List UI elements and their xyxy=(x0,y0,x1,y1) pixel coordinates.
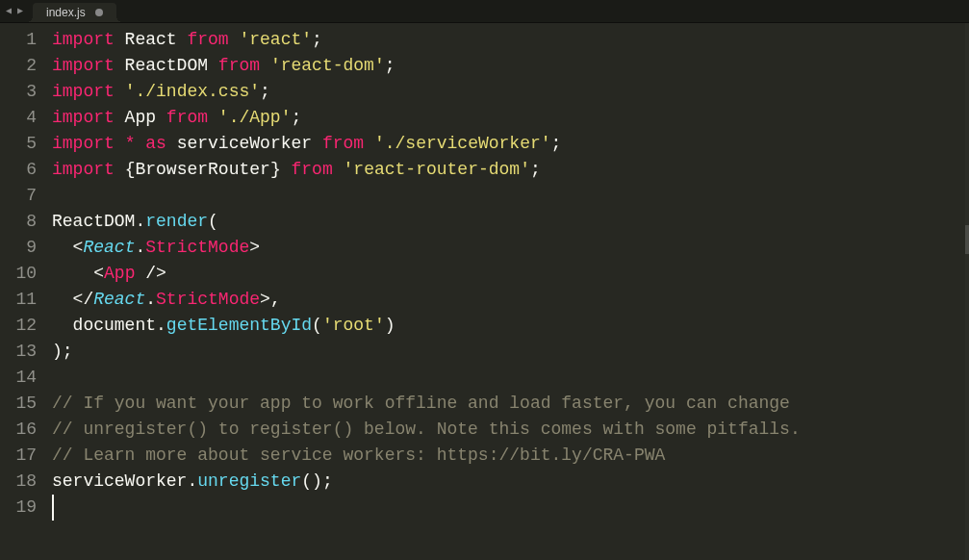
code-line[interactable]: import {BrowserRouter} from 'react-route… xyxy=(46,157,969,183)
token-var xyxy=(115,160,125,179)
token-tag-name: App xyxy=(104,264,135,283)
token-punc: . xyxy=(145,290,156,309)
token-punc: ; xyxy=(551,134,562,153)
code-line[interactable]: document.getElementById('root') xyxy=(46,313,969,339)
file-tab[interactable]: index.js xyxy=(33,3,116,22)
line-number: 10 xyxy=(0,261,37,287)
code-line[interactable]: import './index.css'; xyxy=(46,79,969,105)
token-str: 'react-dom' xyxy=(270,56,385,75)
line-number: 16 xyxy=(0,417,37,443)
code-line[interactable]: </React.StrictMode>, xyxy=(46,287,969,313)
token-var: App xyxy=(115,108,166,127)
code-line[interactable]: ); xyxy=(46,339,969,365)
token-punc: ; xyxy=(63,342,73,361)
token-var: serviceWorker xyxy=(166,134,322,153)
token-var xyxy=(135,134,145,153)
code-line[interactable]: // If you want your app to work offline … xyxy=(46,391,969,417)
token-var: document xyxy=(52,316,156,335)
code-line[interactable]: import React from 'react'; xyxy=(46,27,969,53)
token-str: 'react-router-dom' xyxy=(344,160,530,179)
code-line[interactable]: // unregister() to register() below. Not… xyxy=(46,417,969,443)
line-number: 17 xyxy=(0,443,37,469)
token-tag-bracket: > xyxy=(260,290,270,309)
scrollbar-thumb[interactable] xyxy=(965,225,969,254)
token-str: './App' xyxy=(218,108,292,127)
token-comment: // If you want your app to work offline … xyxy=(52,394,790,413)
token-kw: import xyxy=(52,108,115,127)
line-number: 14 xyxy=(0,365,37,391)
token-punc: ; xyxy=(530,160,541,179)
token-tag-bracket: < xyxy=(93,264,104,283)
token-str: 'root' xyxy=(322,316,385,335)
line-number: 7 xyxy=(0,183,37,209)
code-line[interactable]: <React.StrictMode> xyxy=(46,235,969,261)
token-comment: // unregister() to register() below. Not… xyxy=(52,420,801,439)
code-line[interactable]: // Learn more about service workers: htt… xyxy=(46,443,969,469)
tab-filename: index.js xyxy=(46,6,86,19)
token-var xyxy=(260,56,270,75)
token-str: './serviceWorker' xyxy=(374,134,551,153)
line-number: 3 xyxy=(0,79,37,105)
token-var xyxy=(115,82,125,101)
token-kw: import xyxy=(52,30,115,49)
token-kw: import xyxy=(52,82,115,101)
token-tag-name: StrictMode xyxy=(156,290,260,309)
token-punc: ; xyxy=(322,471,333,491)
code-line[interactable] xyxy=(46,495,969,521)
code-line[interactable]: import ReactDOM from 'react-dom'; xyxy=(46,53,969,79)
token-kw: from xyxy=(322,134,364,153)
line-number: 9 xyxy=(0,235,37,261)
tab-dirty-indicator-icon xyxy=(95,9,103,16)
line-number: 15 xyxy=(0,391,37,417)
token-kw: import xyxy=(52,134,115,153)
code-line[interactable]: serviceWorker.unregister(); xyxy=(46,469,969,495)
line-number: 11 xyxy=(0,287,37,313)
token-punc: . xyxy=(156,316,166,335)
token-punc: ( xyxy=(208,212,218,231)
token-var xyxy=(281,160,292,179)
code-line[interactable]: import * as serviceWorker from './servic… xyxy=(46,131,969,157)
line-number: 18 xyxy=(0,469,37,495)
token-tag-bracket: > xyxy=(249,238,260,257)
token-var xyxy=(364,134,374,153)
code-area[interactable]: import React from 'react';import ReactDO… xyxy=(46,23,969,560)
token-var: serviceWorker xyxy=(52,471,187,491)
token-punc: ; xyxy=(312,30,322,49)
token-kw: from xyxy=(218,56,260,75)
code-line[interactable]: ReactDOM.render( xyxy=(46,209,969,235)
line-number: 5 xyxy=(0,131,37,157)
token-punc: ; xyxy=(385,56,395,75)
token-tag-bracket: < xyxy=(73,238,84,257)
token-var xyxy=(115,134,125,153)
token-punc: . xyxy=(187,471,197,491)
line-number: 6 xyxy=(0,157,37,183)
token-punc: { xyxy=(125,160,136,179)
token-punc: ; xyxy=(260,82,270,101)
token-var xyxy=(135,264,145,283)
token-var xyxy=(52,290,73,309)
token-var: BrowserRouter xyxy=(135,160,269,179)
titlebar: ◀ ▶ index.js xyxy=(0,0,969,23)
token-punc: } xyxy=(270,160,281,179)
line-number: 13 xyxy=(0,339,37,365)
token-punc: ) xyxy=(385,316,395,335)
token-func: getElementById xyxy=(166,316,312,335)
code-line[interactable] xyxy=(46,365,969,391)
nav-back-icon[interactable]: ◀ xyxy=(6,7,15,16)
token-punc: . xyxy=(135,212,145,231)
token-kw: import xyxy=(52,56,115,75)
nav-forward-icon[interactable]: ▶ xyxy=(17,7,27,16)
line-number: 12 xyxy=(0,313,37,339)
token-component: React xyxy=(93,290,145,309)
scrollbar-track[interactable] xyxy=(965,23,969,560)
token-var: React xyxy=(115,30,188,49)
code-line[interactable]: import App from './App'; xyxy=(46,105,969,131)
token-str: './index.css' xyxy=(125,82,260,101)
text-cursor xyxy=(52,495,54,521)
code-line[interactable]: <App /> xyxy=(46,261,969,287)
code-line[interactable] xyxy=(46,183,969,209)
line-number: 1 xyxy=(0,27,37,53)
token-kw: from xyxy=(292,160,333,179)
token-var xyxy=(208,108,218,127)
token-kw: as xyxy=(145,134,166,153)
